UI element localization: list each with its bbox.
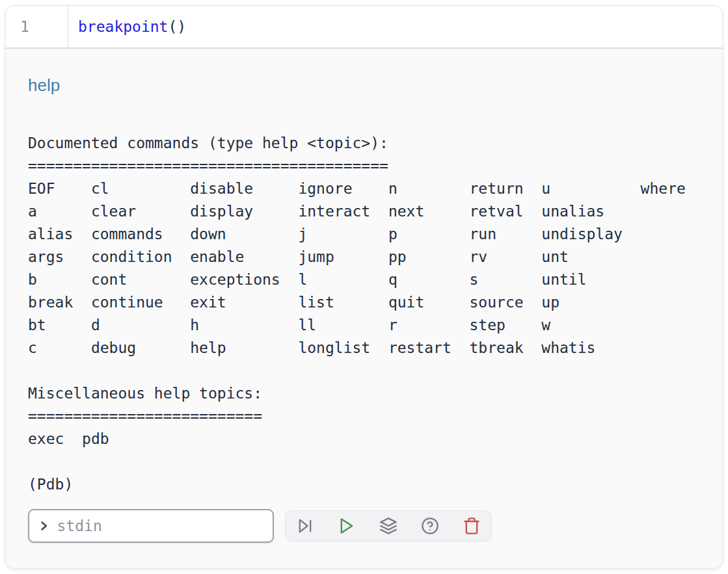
output-panel: help Documented commands (type help <top…: [6, 49, 722, 543]
play-icon: [338, 517, 356, 535]
layers-button[interactable]: [379, 517, 398, 535]
help-button[interactable]: [421, 517, 439, 535]
clear-button[interactable]: [463, 517, 481, 535]
code-editor[interactable]: 1 breakpoint(): [6, 6, 722, 49]
code-token-parens: (): [168, 18, 186, 35]
layers-icon: [379, 517, 398, 535]
python-runner-widget: 1 breakpoint() help Documented commands …: [5, 5, 723, 569]
skip-forward-button[interactable]: [296, 517, 314, 535]
toolbar: [285, 510, 492, 541]
line-number-gutter: 1: [6, 6, 68, 47]
line-number: 1: [20, 18, 29, 35]
skip-forward-icon: [296, 517, 314, 535]
stdin-input[interactable]: [57, 517, 263, 534]
trash-icon: [463, 517, 481, 535]
question-circle-icon: [421, 517, 439, 535]
echoed-command: help: [28, 75, 700, 96]
run-button[interactable]: [338, 517, 356, 535]
stdin-box[interactable]: [28, 509, 274, 543]
code-line[interactable]: breakpoint(): [68, 6, 722, 47]
pdb-output: Documented commands (type help <topic>):…: [28, 132, 700, 496]
chevron-right-icon: [38, 520, 49, 532]
input-row: [28, 509, 700, 543]
code-token-builtin: breakpoint: [78, 18, 168, 35]
